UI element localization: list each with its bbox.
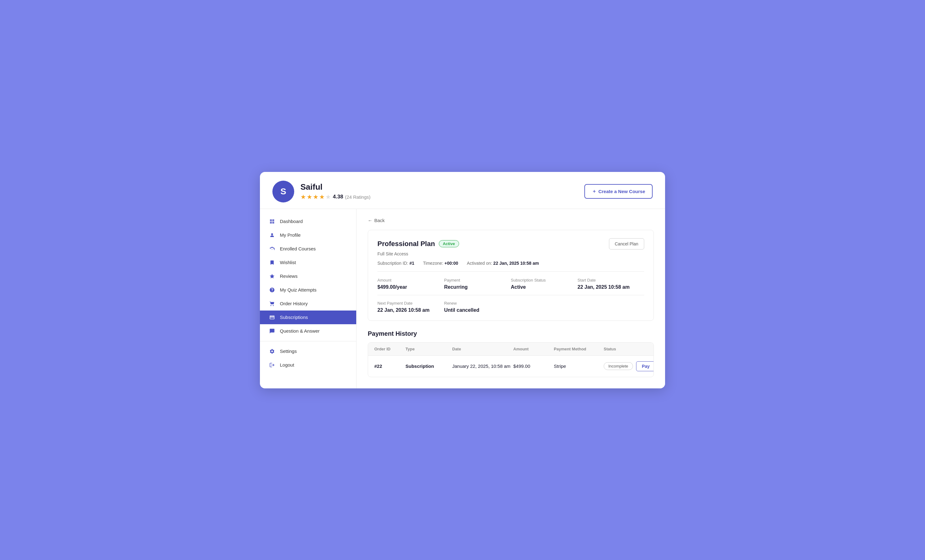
sidebar-label-subscriptions: Subscriptions: [280, 315, 308, 320]
star-3: ★: [313, 193, 318, 201]
plan-detail-next-payment: Next Payment Date 22 Jan, 2026 10:58 am: [377, 301, 444, 313]
activated-label: Activated on: 22 Jan, 2025 10:58 am: [467, 261, 539, 266]
plan-detail-start-date: Start Date 22 Jan, 2025 10:58 am: [577, 278, 644, 290]
renew-label: Renew: [444, 301, 511, 306]
user-info: Saiful ★ ★ ★ ★ ★ 4.38 (24 Ratings): [300, 182, 371, 201]
pay-button[interactable]: Pay: [636, 361, 654, 371]
avatar: S: [273, 181, 294, 203]
wishlist-icon: [269, 260, 276, 265]
row-type: Subscription: [405, 363, 452, 369]
main-layout: Dashboard My Profile Enrolled Courses Wi…: [260, 209, 665, 388]
sidebar-item-my-profile[interactable]: My Profile: [260, 228, 356, 242]
quiz-icon: [269, 287, 276, 293]
app-container: S Saiful ★ ★ ★ ★ ★ 4.38 (24 Ratings) ＋: [260, 172, 665, 388]
stars: ★ ★ ★ ★ ★: [300, 193, 331, 201]
amount-value: $499.00/year: [377, 284, 444, 290]
sidebar-label-my-quiz-attempts: My Quiz Attempts: [280, 287, 316, 293]
plan-detail-renew: Renew Until cancelled: [444, 301, 511, 313]
create-course-label: Create a New Course: [598, 189, 645, 194]
main-content: ← Back Professional Plan Active Cancel P…: [357, 209, 665, 388]
reviews-icon: [269, 273, 276, 279]
sidebar-label-logout: Logout: [280, 362, 294, 368]
next-payment-label: Next Payment Date: [377, 301, 444, 306]
col-status: Status: [604, 347, 647, 351]
payment-table-header: Order ID Type Date Amount Payment Method…: [368, 342, 654, 356]
sidebar-label-reviews: Reviews: [280, 273, 298, 279]
plan-renew-grid: Next Payment Date 22 Jan, 2026 10:58 am …: [377, 301, 644, 313]
subscription-id-value: #1: [410, 261, 414, 266]
rating-row: ★ ★ ★ ★ ★ 4.38 (24 Ratings): [300, 193, 371, 201]
sidebar-item-question-answer[interactable]: Question & Answer: [260, 324, 356, 338]
plan-meta: Subscription ID: #1 Timezone: +00:00 Act…: [377, 261, 644, 272]
sidebar-item-order-history[interactable]: Order History: [260, 297, 356, 311]
activated-value: 22 Jan, 2025 10:58 am: [493, 261, 539, 266]
sidebar-label-order-history: Order History: [280, 301, 307, 306]
profile-icon: [269, 232, 276, 238]
col-amount: Amount: [513, 347, 554, 351]
back-arrow-icon: ←: [368, 218, 372, 223]
timezone-value: +00:00: [444, 261, 458, 266]
plan-detail-payment: Payment Recurring: [444, 278, 511, 290]
dashboard-icon: [269, 219, 276, 224]
sidebar-label-question-answer: Question & Answer: [280, 328, 320, 333]
sidebar-label-enrolled-courses: Enrolled Courses: [280, 246, 316, 251]
sidebar-item-reviews[interactable]: Reviews: [260, 269, 356, 283]
sidebar-label-my-profile: My Profile: [280, 232, 301, 238]
subscription-status-value: Active: [511, 284, 577, 290]
amount-label: Amount: [377, 278, 444, 282]
header-left: S Saiful ★ ★ ★ ★ ★ 4.38 (24 Ratings): [273, 181, 371, 203]
plan-title: Professional Plan: [377, 240, 435, 248]
payment-table: Order ID Type Date Amount Payment Method…: [368, 342, 654, 377]
svg-marker-1: [270, 274, 274, 278]
qa-icon: [269, 328, 276, 334]
row-order-id: #22: [374, 363, 405, 369]
plan-access: Full Site Access: [377, 251, 644, 256]
row-date: January 22, 2025, 10:58 am: [452, 363, 513, 369]
sidebar-divider: [260, 341, 356, 341]
table-row: #22 Subscription January 22, 2025, 10:58…: [368, 356, 654, 377]
back-link[interactable]: ← Back: [368, 218, 654, 223]
plan-details-grid: Amount $499.00/year Payment Recurring Su…: [377, 278, 644, 295]
plus-icon: ＋: [592, 188, 597, 194]
create-course-button[interactable]: ＋ Create a New Course: [585, 184, 652, 199]
row-status-actions: Incomplete Pay: [604, 361, 647, 371]
sidebar-item-enrolled-courses[interactable]: Enrolled Courses: [260, 242, 356, 256]
order-icon: [269, 301, 276, 306]
cancel-plan-button[interactable]: Cancel Plan: [609, 238, 645, 249]
plan-detail-status: Subscription Status Active: [511, 278, 577, 290]
row-payment-method: Stripe: [554, 363, 604, 369]
sidebar-item-subscriptions[interactable]: Subscriptions: [260, 311, 356, 324]
user-name: Saiful: [300, 182, 371, 192]
status-badge: Incomplete: [604, 362, 633, 370]
renew-value: Until cancelled: [444, 308, 511, 313]
plan-title-row: Professional Plan Active: [377, 240, 459, 248]
col-order-id: Order ID: [374, 347, 405, 351]
plan-status-badge: Active: [439, 240, 459, 247]
settings-icon: [269, 348, 276, 354]
sidebar-item-wishlist[interactable]: Wishlist: [260, 256, 356, 269]
subscription-status-label: Subscription Status: [511, 278, 577, 282]
plan-card: Professional Plan Active Cancel Plan Ful…: [368, 230, 654, 321]
rating-value: 4.38: [333, 194, 343, 200]
col-payment-method: Payment Method: [554, 347, 604, 351]
subscriptions-icon: [269, 315, 276, 320]
sidebar-item-settings[interactable]: Settings: [260, 344, 356, 358]
sidebar-label-settings: Settings: [280, 348, 297, 354]
sidebar-label-wishlist: Wishlist: [280, 260, 296, 265]
start-date-label: Start Date: [577, 278, 644, 282]
sidebar: Dashboard My Profile Enrolled Courses Wi…: [260, 209, 357, 388]
courses-icon: [269, 246, 276, 252]
star-5: ★: [325, 193, 331, 201]
col-date: Date: [452, 347, 513, 351]
sidebar-item-logout[interactable]: Logout: [260, 358, 356, 372]
rating-count: (24 Ratings): [345, 194, 371, 200]
payment-history-title: Payment History: [368, 330, 654, 337]
star-2: ★: [307, 193, 312, 201]
sidebar-label-dashboard: Dashboard: [280, 219, 303, 224]
svg-point-0: [271, 233, 273, 235]
col-type: Type: [405, 347, 452, 351]
star-4: ★: [319, 193, 325, 201]
sidebar-item-my-quiz-attempts[interactable]: My Quiz Attempts: [260, 283, 356, 297]
next-payment-value: 22 Jan, 2026 10:58 am: [377, 308, 444, 313]
sidebar-item-dashboard[interactable]: Dashboard: [260, 215, 356, 228]
